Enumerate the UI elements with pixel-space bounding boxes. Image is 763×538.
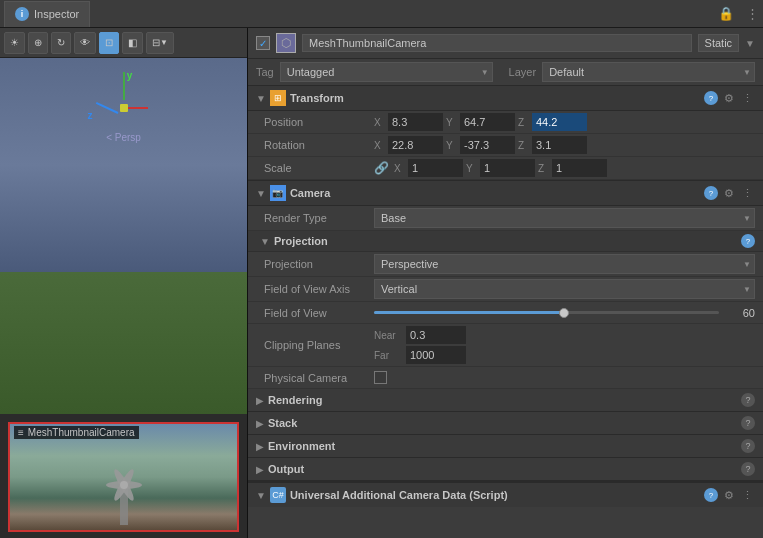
z-label: Z [518,117,530,128]
position-y-input[interactable] [460,113,515,131]
scene-view: y z < Persp [0,58,247,414]
transform-header-icons: ? ⚙ ⋮ [704,91,755,105]
universal-help-icon[interactable]: ? [704,488,718,502]
transform-icon: ⊞ [270,90,286,106]
output-help-icon[interactable]: ? [741,462,755,476]
environment-title: Environment [268,440,737,452]
scene-ground [0,272,247,414]
fov-slider-container: 60 [374,307,755,319]
physical-camera-checkbox[interactable] [374,371,387,384]
output-section: ▶ Output ? [248,458,763,481]
rendering-header[interactable]: ▶ Rendering ? [248,389,763,411]
active-checkbox[interactable]: ✓ [256,36,270,50]
object-icon: ⬡ [276,33,296,53]
move-tool-button[interactable]: ⊕ [28,32,48,54]
universal-menu-icon[interactable]: ⋮ [740,489,755,502]
position-x-input[interactable] [388,113,443,131]
projection-row: Projection Perspective [248,252,763,277]
near-row: Near [374,326,466,344]
scale-y-input[interactable] [480,159,535,177]
camera-help-icon[interactable]: ? [704,186,718,200]
far-row: Far [374,346,466,364]
projection-collapse-icon: ▼ [260,236,270,247]
fov-slider-track[interactable] [374,311,719,314]
camera-view-button[interactable]: 👁 [74,32,96,54]
static-button[interactable]: Static [698,34,740,52]
far-input[interactable] [406,346,466,364]
position-z-input[interactable] [532,113,587,131]
layer-select-wrapper[interactable]: Default [542,62,755,82]
hand-tool-button[interactable]: ☀ [4,32,25,54]
rotation-row: Rotation X Y Z [248,134,763,157]
fov-axis-label: Field of View Axis [264,283,374,295]
projection-section-header[interactable]: ▼ Projection ? [248,231,763,252]
layout-arrow: ▼ [160,38,168,47]
fov-axis-row: Field of View Axis Vertical [248,277,763,302]
camera-header-icons: ? ⚙ ⋮ [704,186,755,200]
y-label: Y [446,117,458,128]
object-name-field[interactable]: MeshThumbnailCamera [302,34,692,52]
environment-header[interactable]: ▶ Environment ? [248,435,763,457]
projection-value: Perspective [374,254,755,274]
layout-dropdown-button[interactable]: ⊟ ▼ [146,32,174,54]
tag-layer-row: Tag Untagged Layer Default [248,59,763,85]
universal-settings-icon[interactable]: ⚙ [722,489,736,502]
stack-help-icon[interactable]: ? [741,416,755,430]
y-axis-line [123,72,125,100]
fov-slider-thumb[interactable] [559,308,569,318]
rendering-help-icon[interactable]: ? [741,393,755,407]
camera-preview-menu-icon: ≡ [18,427,24,438]
scale-z-input[interactable] [552,159,607,177]
transform-settings-icon[interactable]: ⚙ [722,92,736,105]
lock-icon[interactable]: 🔒 [712,6,740,21]
static-dropdown-arrow[interactable]: ▼ [745,38,755,49]
camera-preview-name: MeshThumbnailCamera [28,427,135,438]
move-icon: ⊕ [34,37,42,48]
universal-script-icon: C# [270,487,286,503]
svg-point-4 [120,481,128,489]
projection-help-icon[interactable]: ? [741,234,755,248]
scale-link-icon[interactable]: 🔗 [374,161,389,175]
rotation-x-field: X [374,136,443,154]
transform-help-icon[interactable]: ? [704,91,718,105]
render-type-select[interactable]: Base [374,208,755,228]
fov-label: Field of View [264,307,374,319]
transform-section-header[interactable]: ▼ ⊞ Transform ? ⚙ ⋮ [248,85,763,111]
shading-icon: ◧ [128,37,137,48]
camera-settings-icon[interactable]: ⚙ [722,187,736,200]
inspector-tab[interactable]: i Inspector [4,1,90,27]
projection-select[interactable]: Perspective [374,254,755,274]
toggle-mode-button[interactable]: ⊡ [99,32,119,54]
tag-select-wrapper[interactable]: Untagged [280,62,493,82]
gizmo-container: y z < Persp [84,68,164,148]
shading-button[interactable]: ◧ [122,32,143,54]
camera-menu-icon[interactable]: ⋮ [740,187,755,200]
rotation-y-input[interactable] [460,136,515,154]
clipping-label: Clipping Planes [264,339,374,351]
near-input[interactable] [406,326,466,344]
output-header[interactable]: ▶ Output ? [248,458,763,480]
more-options-icon[interactable]: ⋮ [746,6,759,21]
rotation-z-field: Z [518,136,587,154]
render-type-label: Render Type [264,212,374,224]
fov-axis-select[interactable]: Vertical [374,279,755,299]
inspector-info-icon: i [15,7,29,21]
scale-x-input[interactable] [408,159,463,177]
stack-header[interactable]: ▶ Stack ? [248,412,763,434]
fov-axis-select-wrapper[interactable]: Vertical [374,279,755,299]
tag-select[interactable]: Untagged [280,62,493,82]
render-type-value: Base [374,208,755,228]
camera-section-header[interactable]: ▼ 📷 Camera ? ⚙ ⋮ [248,180,763,206]
render-type-select-wrapper[interactable]: Base [374,208,755,228]
environment-help-icon[interactable]: ? [741,439,755,453]
rotation-z-input[interactable] [532,136,587,154]
layer-select[interactable]: Default [542,62,755,82]
fov-axis-value: Vertical [374,279,755,299]
transform-menu-icon[interactable]: ⋮ [740,92,755,105]
projection-section-title: Projection [274,235,328,247]
rotate-tool-button[interactable]: ↻ [51,32,71,54]
position-x-field: X [374,113,443,131]
rotation-x-input[interactable] [388,136,443,154]
clipping-values: Near Far [374,326,466,364]
projection-select-wrapper[interactable]: Perspective [374,254,755,274]
